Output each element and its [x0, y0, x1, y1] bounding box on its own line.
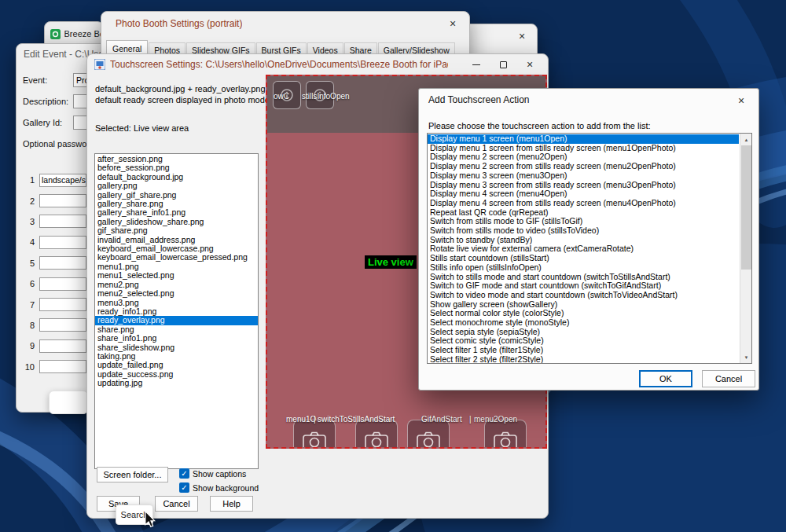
maximize-button[interactable]: [490, 54, 516, 75]
preview-camera-button-3[interactable]: [407, 420, 450, 449]
close-button[interactable]: ×: [732, 93, 751, 108]
close-button[interactable]: ×: [443, 16, 463, 31]
info-line-2: default ready screen displayed in photo …: [95, 95, 270, 105]
breeze-app-icon: [50, 29, 61, 39]
scroll-up-icon[interactable]: ▲: [740, 134, 752, 145]
file-list-item[interactable]: updating.jpg: [95, 379, 258, 387]
checkbox-label: Show background: [193, 483, 259, 493]
preview-caption: owC: [274, 92, 289, 101]
preview-caption: switchToStillsAndStart: [318, 415, 395, 424]
help-button[interactable]: Help: [210, 496, 253, 512]
row-value-input[interactable]: [39, 339, 86, 353]
preview-camera-button-1[interactable]: [293, 420, 336, 449]
cancel-button[interactable]: Cancel: [155, 496, 198, 512]
checkbox-label: Show captions: [193, 469, 246, 479]
screen-file-list: after_session.pngbefore_session.pngdefau…: [94, 153, 259, 469]
screen-list: 1 landscape/sett 2 3 4 5 6 7 8: [23, 170, 86, 377]
file-list-item[interactable]: share_info1.png: [95, 334, 258, 343]
preview-caption: GifAndStart: [421, 415, 462, 424]
scrollbar[interactable]: ▲ ▼: [740, 134, 751, 363]
close-button[interactable]: ×: [512, 28, 532, 44]
dialog-add-touchscreen-action: Add Touchscreen Action × Please choose t…: [418, 88, 759, 391]
row-number: 10: [23, 362, 35, 372]
scroll-down-icon[interactable]: ▼: [740, 351, 752, 363]
row-value-input[interactable]: landscape/sett: [39, 174, 86, 187]
row-value-input[interactable]: [39, 215, 86, 228]
action-list-item[interactable]: Display menu 3 screen (menu3Open): [428, 171, 739, 181]
row-value-input[interactable]: [39, 360, 86, 373]
file-list-item[interactable]: menu1_selected.png: [95, 271, 258, 280]
app-icon: [94, 59, 105, 70]
minimize-button[interactable]: [463, 54, 490, 75]
mouse-cursor: [144, 511, 156, 528]
checkbox-checked-icon[interactable]: ✓: [179, 468, 189, 479]
row-value-input[interactable]: [39, 298, 86, 311]
action-list-item[interactable]: Select filter 2 style (filter2Style): [428, 355, 739, 364]
action-list-item[interactable]: Select monochrome style (monoStyle): [428, 318, 739, 328]
action-list-item[interactable]: Stills info open (stillsInfoOpen): [428, 263, 739, 273]
show-background-row: ✓ Show background: [179, 482, 259, 493]
file-list-item[interactable]: ready_overlay.png: [95, 316, 258, 325]
preview-caption: stillsInfoOpen: [302, 92, 350, 101]
screen-row: 2: [23, 190, 86, 211]
screen-row: 1 landscape/sett: [23, 170, 86, 190]
info-line-1: default_background.jpg + ready_overlay.p…: [95, 84, 268, 94]
dialog-title: Add Touchscreen Action: [428, 94, 530, 105]
file-list-item[interactable]: gif_share.png: [95, 226, 258, 235]
minimize-icon: [472, 64, 480, 65]
window-fragment: [49, 391, 88, 414]
window-breeze-booth-fragment: Breeze Bo: [44, 21, 104, 45]
preview-camera-button-4[interactable]: [484, 420, 527, 449]
file-list-item[interactable]: menu2_selected.png: [95, 289, 258, 298]
row-value-input[interactable]: [39, 194, 86, 207]
screen-row: 10: [23, 357, 86, 377]
camera-icon: [365, 431, 388, 449]
password-label: Optional password: [23, 139, 94, 149]
screen-row: 8: [23, 315, 86, 336]
action-list-item[interactable]: Switch from stills mode to video (stills…: [428, 226, 739, 236]
event-label: Event:: [23, 75, 47, 85]
action-list-item[interactable]: Switch to video mode and start countdown…: [428, 291, 739, 300]
row-number: 1: [23, 175, 35, 185]
screen-row: 5: [23, 253, 86, 273]
row-number: 7: [23, 300, 35, 310]
action-list-item[interactable]: Display menu 4 screen from stills ready …: [428, 199, 739, 208]
row-number: 6: [23, 279, 35, 288]
screen-row: 4: [23, 232, 86, 252]
screen-row: 7: [23, 294, 86, 314]
description-label: Description:: [23, 97, 68, 106]
preview-caption: menu1O: [286, 415, 316, 424]
cancel-button[interactable]: Cancel: [702, 370, 755, 387]
screen-row: 9: [23, 336, 86, 356]
dialog-prompt: Please choose the touchscreen action to …: [428, 121, 651, 130]
row-value-input[interactable]: [39, 277, 86, 291]
screen-row: 3: [23, 211, 86, 232]
desktop: Breeze Bo × Edit Event - C:\Users Event:…: [0, 0, 786, 532]
window-title: Photo Booth Settings (portrait): [116, 18, 242, 29]
camera-icon: [417, 431, 440, 449]
row-value-input[interactable]: [39, 256, 86, 270]
row-number: 3: [23, 217, 35, 226]
preview-caption: menu2Open: [474, 415, 517, 424]
action-list-item[interactable]: Display menu 1 screen (menu1Open): [428, 134, 739, 144]
preview-camera-button-2[interactable]: [355, 420, 398, 449]
selected-area-label: Selected: Live view area: [95, 123, 189, 133]
gallery-id-label: Gallery Id:: [23, 118, 62, 127]
row-value-input[interactable]: [39, 318, 86, 332]
scrollbar-thumb[interactable]: [741, 145, 751, 270]
close-button[interactable]: ×: [516, 54, 543, 75]
window-title: Breeze Bo: [64, 29, 103, 39]
row-number: 8: [23, 321, 35, 330]
window-controls: ×: [463, 54, 543, 75]
action-list: ▲ ▼ Display menu 1 screen (menu1Open)Dis…: [427, 133, 752, 364]
row-number: 9: [23, 341, 35, 350]
live-view-area-label[interactable]: Live view: [365, 255, 417, 269]
breeze-titlebar: Breeze Bo: [45, 22, 103, 46]
ok-button[interactable]: OK: [639, 370, 692, 387]
row-number: 4: [23, 237, 35, 247]
row-number: 2: [23, 196, 35, 206]
file-list-item[interactable]: gallery.png: [95, 182, 258, 190]
row-value-input[interactable]: [39, 236, 86, 249]
checkbox-checked-icon[interactable]: ✓: [179, 482, 189, 493]
screen-folder-button[interactable]: Screen folder...: [97, 467, 168, 482]
